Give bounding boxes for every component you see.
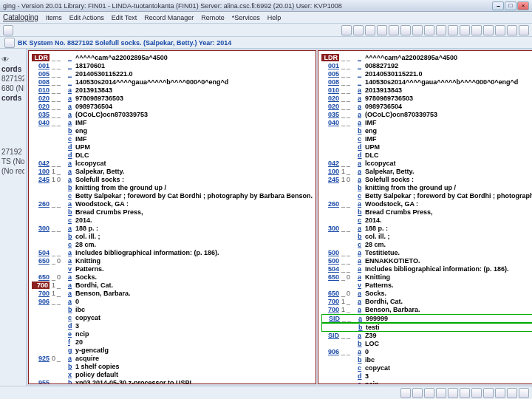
marc-field-row[interactable]: bknitting from the ground up / bbox=[321, 184, 532, 192]
marc-subfield[interactable]: c bbox=[68, 192, 75, 200]
marc-value[interactable]: 0989736504 bbox=[365, 103, 402, 110]
marc-value[interactable]: 3 bbox=[365, 372, 369, 380]
marc-field-row[interactable]: encip bbox=[32, 330, 313, 338]
marc-tag[interactable]: 008 bbox=[321, 78, 339, 86]
marc-field-row[interactable]: 24510aSolefull socks : bbox=[32, 176, 313, 184]
marc-field-row[interactable]: 650_0aSocks. bbox=[321, 290, 532, 298]
marc-value[interactable]: Socks. bbox=[75, 273, 97, 281]
marc-tag[interactable]: 020 bbox=[32, 103, 50, 110]
marc-indicators[interactable]: __ bbox=[52, 119, 66, 126]
marc-field-row[interactable]: SID__a999999 bbox=[321, 314, 532, 323]
marc-subfield[interactable]: e bbox=[358, 381, 365, 384]
marc-subfield[interactable]: _ bbox=[358, 78, 365, 86]
marc-subfield[interactable]: a bbox=[358, 249, 365, 256]
marc-value[interactable]: Woodstock, GA : bbox=[75, 200, 129, 208]
marc-field-row[interactable]: ccopycat bbox=[321, 364, 532, 372]
status-btn-7[interactable] bbox=[471, 388, 482, 398]
marc-field-row[interactable]: 650_0aSocks. bbox=[32, 273, 313, 282]
marc-field-row[interactable]: 7001_aBenson, Barbara. bbox=[321, 306, 532, 314]
marc-indicators[interactable]: __ bbox=[341, 257, 356, 265]
tool-btn-4[interactable] bbox=[377, 25, 387, 35]
marc-subfield[interactable]: c bbox=[358, 192, 365, 200]
marc-value[interactable]: 9780989736503 bbox=[75, 95, 123, 102]
marc-field-row[interactable]: 906__a0 bbox=[32, 298, 313, 306]
marc-subfield[interactable]: b bbox=[358, 184, 365, 191]
marc-tag[interactable]: 260 bbox=[32, 200, 50, 208]
marc-value[interactable]: (OCoLC)ocn870339753 bbox=[365, 111, 437, 118]
marc-subfield[interactable]: b bbox=[358, 340, 365, 347]
marc-field-row[interactable]: 260__aWoodstock, GA : bbox=[321, 200, 532, 208]
marc-indicators[interactable]: __ bbox=[52, 379, 66, 384]
marc-value[interactable]: Includes bibliographical information: (p… bbox=[75, 249, 219, 256]
marc-value[interactable]: 0989736504 bbox=[75, 103, 112, 110]
marc-tag[interactable]: 035 bbox=[32, 111, 50, 118]
marc-field-row[interactable]: bibc bbox=[32, 306, 313, 314]
marc-subfield[interactable]: b bbox=[68, 363, 75, 370]
marc-subfield[interactable]: b bbox=[68, 306, 75, 313]
marc-indicators[interactable]: __ bbox=[341, 70, 356, 78]
marc-subfield[interactable]: a bbox=[68, 160, 75, 167]
marc-indicators[interactable]: 1_ bbox=[52, 282, 66, 289]
marc-subfield[interactable]: a bbox=[358, 306, 365, 313]
maximize-button[interactable]: □ bbox=[505, 1, 516, 10]
marc-tag[interactable]: 042 bbox=[32, 160, 50, 167]
marc-field-row[interactable]: gy-gencatlg bbox=[32, 347, 313, 355]
close-button[interactable]: × bbox=[517, 1, 529, 10]
marc-field-row[interactable]: dDLC bbox=[32, 151, 313, 160]
marc-indicators[interactable]: 1_ bbox=[52, 290, 66, 297]
marc-field-row[interactable]: 035__a(OCoLC)ocn870339753 bbox=[321, 111, 532, 119]
marc-indicators[interactable]: 1_ bbox=[52, 168, 66, 175]
marc-indicators[interactable]: 1_ bbox=[341, 306, 356, 313]
marc-value[interactable]: 28 cm. bbox=[365, 241, 386, 248]
marc-field-row[interactable]: 040__aIMF bbox=[321, 119, 532, 127]
marc-value[interactable]: 2014. bbox=[365, 216, 382, 224]
tool-btn-11[interactable] bbox=[460, 25, 470, 35]
marc-value[interactable]: 008827192 bbox=[365, 62, 398, 69]
marc-field-row[interactable]: 500__aENNAKKOTIETO. bbox=[321, 257, 532, 265]
marc-indicators[interactable]: __ bbox=[52, 200, 66, 208]
marc-value[interactable]: Bordhi, Cat. bbox=[75, 282, 113, 289]
marc-tag[interactable]: 700 bbox=[321, 298, 339, 305]
marc-subfield[interactable]: b bbox=[68, 208, 75, 216]
marc-subfield[interactable]: a bbox=[358, 315, 366, 322]
nav-back-icon[interactable] bbox=[3, 25, 13, 35]
marc-field-row[interactable]: c28 cm. bbox=[32, 241, 313, 249]
marc-subfield[interactable]: c bbox=[68, 135, 75, 143]
marc-value[interactable]: Salpekar, Betty. bbox=[75, 168, 124, 175]
marc-indicators[interactable]: _0 bbox=[341, 273, 356, 281]
marc-tag[interactable]: 245 bbox=[321, 176, 339, 183]
marc-tag[interactable]: 504 bbox=[32, 249, 50, 256]
marc-indicators[interactable]: __ bbox=[52, 225, 66, 232]
marc-field-row[interactable]: cBetty Salpekar ; foreword by Cat Bordhi… bbox=[321, 192, 532, 200]
marc-subfield[interactable]: b bbox=[68, 233, 75, 240]
marc-field-row[interactable]: cBetty Salpekar ; foreword by Cat Bordhi… bbox=[32, 192, 313, 200]
marc-subfield[interactable]: a bbox=[358, 103, 365, 110]
marc-subfield[interactable]: f bbox=[68, 338, 75, 346]
marc-value[interactable]: Testitietue. bbox=[365, 249, 400, 256]
marc-tag[interactable]: 010 bbox=[32, 86, 50, 94]
marc-field-row[interactable]: b1 shelf copies bbox=[32, 363, 313, 371]
marc-subfield[interactable]: c bbox=[358, 216, 365, 224]
marc-indicators[interactable]: __ bbox=[52, 298, 66, 305]
marc-field-row[interactable]: dUPM bbox=[32, 143, 313, 151]
marc-field-row[interactable]: c2014. bbox=[321, 216, 532, 225]
marc-field-row[interactable]: 24510aSolefull socks : bbox=[321, 176, 532, 184]
marc-value[interactable]: policy default bbox=[75, 371, 118, 378]
marc-subfield[interactable]: a bbox=[358, 332, 365, 339]
marc-field-row[interactable]: d3 bbox=[32, 322, 313, 330]
marc-subfield[interactable]: _ bbox=[358, 54, 365, 61]
marc-value[interactable]: 20140530115221.0 bbox=[75, 70, 133, 78]
marc-field-row[interactable]: beng bbox=[32, 127, 313, 135]
marc-subfield[interactable]: v bbox=[68, 265, 75, 273]
marc-value[interactable]: Knitting bbox=[75, 257, 100, 265]
marc-field-row[interactable]: 7001_aBordhi, Cat. bbox=[32, 282, 313, 290]
marc-indicators[interactable]: 1_ bbox=[341, 298, 356, 305]
marc-left-pane[interactable]: LDR___^^^^^cam^a22002895a^4500001___1817… bbox=[28, 50, 316, 384]
marc-subfield[interactable]: a bbox=[358, 348, 365, 355]
marc-value[interactable]: y-gencatlg bbox=[75, 347, 109, 354]
marc-value[interactable]: IMF bbox=[75, 119, 87, 126]
marc-field-row[interactable]: 650_0aKnitting bbox=[321, 273, 532, 282]
status-btn-8[interactable] bbox=[483, 388, 494, 398]
marc-field-row[interactable]: SID__aZ39 bbox=[321, 332, 532, 340]
status-btn-3[interactable] bbox=[424, 388, 434, 398]
